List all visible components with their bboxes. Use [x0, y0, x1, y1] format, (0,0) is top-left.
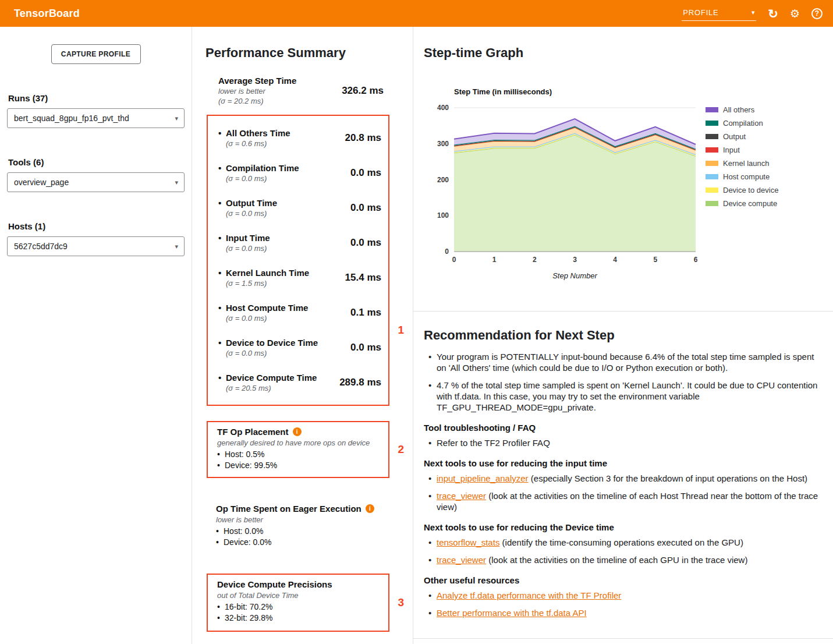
x-tick-label: 1 — [492, 256, 497, 264]
hosts-select[interactable]: 5627c5dd7dc9 ▾ — [7, 236, 185, 256]
recommendation-bullet: Refer to the TF2 Profiler FAQ — [437, 437, 825, 448]
x-tick-label: 0 — [452, 256, 456, 264]
metric-label: Kernel Launch Time — [226, 268, 309, 278]
bullet-text: (especially Section 3 for the breakdown … — [529, 473, 807, 483]
trace-viewer-link[interactable]: trace_viewer — [437, 491, 486, 501]
tf-op-placement-title: TF Op Placement — [217, 427, 289, 437]
caret-down-icon: ▾ — [175, 243, 178, 250]
hosts-select-value: 5627c5dd7dc9 — [14, 242, 68, 251]
metric-sigma: (σ = 0.6 ms) — [226, 139, 290, 148]
step-time-chart: 01002003004000123456 — [424, 101, 697, 266]
input-pipeline-analyzer-link[interactable]: input_pipeline_analyzer — [437, 473, 529, 483]
tools-select[interactable]: overview_page ▾ — [7, 172, 185, 192]
annotation-box-1: All Others Time (σ = 0.6 ms) 20.8 ms Com… — [207, 115, 389, 406]
tools-label: Tools (6) — [8, 157, 185, 167]
header-actions: PROFILE ▾ ↻ ⚙ ? — [682, 6, 823, 21]
metric-value: 0.0 ms — [350, 237, 381, 249]
y-tick-label: 200 — [437, 176, 449, 184]
legend-label: Compilation — [723, 119, 763, 128]
capture-profile-button[interactable]: CAPTURE PROFILE — [51, 44, 141, 64]
metric-value: 20.8 ms — [345, 132, 381, 144]
x-axis-title: Step Number — [454, 271, 696, 280]
annotation-number-1: 1 — [398, 324, 404, 337]
recommendation-bullet: trace_viewer (look at the activities on … — [437, 554, 825, 565]
metric-sigma: (σ = 0.0 ms) — [226, 314, 308, 323]
metric-note: lower is better — [218, 87, 296, 95]
tensorflow-stats-link[interactable]: tensorflow_stats — [437, 537, 499, 547]
metric-label: Device to Device Time — [226, 338, 318, 348]
hosts-control: Hosts (1) 5627c5dd7dc9 ▾ — [7, 221, 185, 256]
recommendation-intro-list: Your program is POTENTIALLY input-bound … — [424, 351, 825, 413]
resources-list: Analyze tf.data performance with the TF … — [424, 590, 825, 618]
recommendation-bullet: Analyze tf.data performance with the TF … — [437, 590, 825, 601]
legend-label: Output — [723, 132, 746, 141]
eager-execution-block: Op Time Spent on Eager Execution i lower… — [205, 504, 413, 548]
metric-row: Input Time (σ = 0.0 ms) 0.0 ms — [218, 225, 381, 260]
hosts-label: Hosts (1) — [8, 221, 185, 231]
app-title: TensorBoard — [14, 8, 80, 20]
step-time-graph-card: Step-time Graph Step Time (in millisecon… — [413, 27, 833, 312]
performance-summary-panel: Performance Summary Average Step Time lo… — [192, 27, 413, 644]
metric-row: Compilation Time (σ = 0.0 ms) 0.0 ms — [218, 155, 381, 190]
legend-swatch — [706, 107, 718, 112]
bullet-text: Your program is POTENTIALLY input-bound … — [437, 352, 814, 373]
dashboard-select[interactable]: PROFILE ▾ — [682, 6, 756, 21]
input-time-list: input_pipeline_analyzer (especially Sect… — [424, 473, 825, 512]
right-panel: Step-time Graph Step Time (in millisecon… — [413, 27, 833, 644]
average-step-time-row: Average Step Time lower is better (σ = 2… — [207, 76, 389, 105]
bullet-text: (identify the time-consuming operations … — [499, 537, 743, 547]
annotation-number-2: 2 — [398, 443, 404, 456]
legend-swatch — [706, 161, 718, 166]
metric-sigma: (σ = 20.5 ms) — [226, 384, 317, 392]
tf-op-placement-host: Host: 0.5% — [217, 449, 381, 460]
caret-down-icon: ▾ — [175, 179, 178, 186]
metric-label: Input Time — [226, 233, 270, 243]
metric-sigma: (σ = 0.0 ms) — [226, 174, 299, 183]
x-tick-label: 2 — [533, 256, 537, 264]
legend-label: Device to device — [723, 186, 778, 194]
recommendation-bullet: 4.7 % of the total step time sampled is … — [437, 380, 825, 413]
refresh-icon[interactable]: ↻ — [768, 8, 778, 20]
info-icon[interactable]: i — [293, 427, 302, 436]
metric-value: 0.0 ms — [350, 342, 381, 353]
metric-value: 289.8 ms — [339, 377, 381, 388]
tfdata-performance-link[interactable]: Analyze tf.data performance with the TF … — [437, 590, 621, 600]
metric-label: Average Step Time — [218, 76, 296, 86]
tfdata-api-link[interactable]: Better performance with the tf.data API — [437, 608, 587, 618]
settings-icon[interactable]: ⚙ — [790, 8, 800, 19]
legend-label: Kernel launch — [723, 159, 770, 168]
info-icon[interactable]: i — [366, 504, 374, 513]
runs-control: Runs (37) bert_squad_8gpu_fp16_pvt_thd ▾ — [7, 93, 185, 128]
main-layout: CAPTURE PROFILE Runs (37) bert_squad_8gp… — [0, 27, 833, 644]
y-tick-label: 300 — [437, 140, 449, 148]
legend-label: Host compute — [723, 172, 770, 181]
annotation-box-3: Device Compute Precisions out of Total D… — [207, 574, 389, 632]
legend-label: Input — [723, 146, 740, 154]
x-tick-label: 3 — [573, 256, 577, 264]
area-device-compute — [454, 135, 696, 252]
device-time-list: tensorflow_stats (identify the time-cons… — [424, 537, 825, 565]
legend-label: Device compute — [723, 199, 777, 208]
precisions-title: Device Compute Precisions — [217, 579, 332, 589]
runs-select[interactable]: bert_squad_8gpu_fp16_pvt_thd ▾ — [7, 108, 185, 128]
precisions-subtitle: out of Total Device Time — [217, 591, 381, 600]
metric-row: Output Time (σ = 0.0 ms) 0.0 ms — [218, 190, 381, 225]
legend-item-device-to-device: Device to device — [706, 186, 778, 194]
legend-item-host-compute: Host compute — [706, 172, 778, 181]
y-tick-label: 100 — [437, 211, 449, 220]
legend-item-kernel-launch: Kernel launch — [706, 159, 778, 168]
dashboard-select-value: PROFILE — [683, 8, 718, 17]
recommendation-bullet: Your program is POTENTIALLY input-bound … — [437, 351, 825, 373]
legend-item-all-others: All others — [706, 105, 778, 114]
trace-viewer-link[interactable]: trace_viewer — [437, 555, 486, 565]
eager-device: Device: 0.0% — [216, 537, 413, 548]
tf-op-placement-device: Device: 99.5% — [217, 460, 381, 471]
tools-select-value: overview_page — [14, 178, 69, 187]
legend-label: All others — [723, 105, 754, 114]
section-heading-device-time: Next tools to use for reducing the Devic… — [424, 522, 825, 532]
metric-row: Kernel Launch Time (σ = 1.5 ms) 15.4 ms — [218, 260, 381, 295]
tensorboard-app: TensorBoard PROFILE ▾ ↻ ⚙ ? CAPTURE PROF… — [0, 0, 833, 644]
recommendation-bullet: input_pipeline_analyzer (especially Sect… — [437, 473, 825, 484]
metric-value: 326.2 ms — [342, 85, 384, 97]
help-icon[interactable]: ? — [811, 8, 823, 19]
